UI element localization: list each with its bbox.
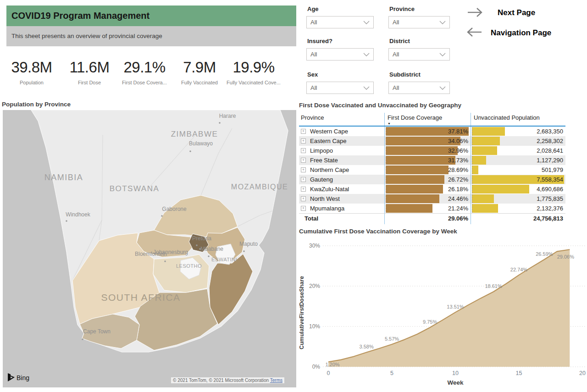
table-row[interactable]: +Eastern Cape34.06%2,258,302 bbox=[299, 136, 565, 146]
expand-icon[interactable]: + bbox=[301, 206, 306, 211]
kpi-value: 29.1% bbox=[116, 59, 173, 76]
province-cell: +KwaZulu-Natal bbox=[299, 184, 384, 194]
unvaccinated-value: 2,683,350 bbox=[473, 127, 563, 136]
table-row[interactable]: +Mpumalanga21.24%2,132,376 bbox=[299, 204, 565, 213]
table-row[interactable]: +Northern Cape28.69%501,979 bbox=[299, 165, 565, 175]
x-axis-tick: 5 bbox=[390, 370, 393, 376]
table-row[interactable]: +Limpopo32.96%2,028,641 bbox=[299, 146, 565, 155]
kpi-label: First Dose bbox=[61, 80, 118, 85]
data-label: 26.59% bbox=[536, 251, 553, 257]
y-axis-tick: 30% bbox=[309, 243, 320, 249]
map-city-label: Gaborone bbox=[162, 206, 187, 212]
filter-province: Province All bbox=[388, 6, 450, 28]
expand-icon[interactable]: + bbox=[301, 187, 306, 192]
filter-province-label: Province bbox=[388, 6, 450, 12]
expand-icon[interactable]: + bbox=[301, 158, 306, 163]
x-axis-tick: 15 bbox=[516, 370, 522, 376]
filter-age-dropdown[interactable]: All bbox=[306, 16, 374, 28]
province-name: North West bbox=[310, 195, 340, 202]
table-row[interactable]: +KwaZulu-Natal26.18%4,690,686 bbox=[299, 184, 565, 194]
column-header-first-dose-coverage-label: First Dose Coverage bbox=[388, 114, 442, 121]
coverage-cell: 37.81% bbox=[384, 127, 471, 136]
filter-subdistrict-dropdown[interactable]: All bbox=[388, 82, 450, 94]
kpi-card: 19.9%Fully Vaccinated Cove... bbox=[225, 59, 282, 85]
data-label: 29.06% bbox=[557, 254, 575, 259]
province-cell: +Northern Cape bbox=[299, 165, 384, 175]
bing-logo-text: Bing bbox=[17, 374, 29, 381]
unvaccinated-cell: 4,690,686 bbox=[471, 184, 565, 194]
table-row[interactable]: +North West24.46%1,775,835 bbox=[299, 194, 565, 204]
map-city-label: Maputo bbox=[239, 241, 258, 247]
coverage-cell: 34.06% bbox=[384, 136, 471, 146]
navigation-page-label[interactable]: Navigation Page bbox=[491, 28, 551, 38]
province-cell: +Gauteng bbox=[299, 175, 384, 184]
navigation-page-arrow-icon[interactable] bbox=[465, 27, 483, 39]
data-label: 9.75% bbox=[423, 319, 437, 325]
map-city-label: Windhoek bbox=[66, 211, 90, 218]
table-row[interactable]: +Free State31.73%1,127,290 bbox=[299, 155, 565, 165]
next-page-label[interactable]: Next Page bbox=[498, 8, 535, 17]
filter-province-dropdown[interactable]: All bbox=[388, 16, 450, 28]
city-dot bbox=[82, 338, 83, 340]
city-dot bbox=[189, 150, 191, 152]
chevron-down-icon bbox=[363, 53, 370, 56]
data-label: 18.61% bbox=[485, 283, 502, 289]
terms-link[interactable]: Terms bbox=[270, 378, 282, 383]
expand-icon[interactable]: + bbox=[301, 138, 306, 144]
coverage-value: 26.72% bbox=[387, 175, 468, 184]
expand-icon[interactable]: + bbox=[301, 129, 306, 134]
filter-district-dropdown[interactable]: All bbox=[388, 48, 450, 61]
unvaccinated-value: 2,028,641 bbox=[473, 146, 563, 155]
population-map[interactable]: ZIMBABWENAMIBIABOTSWANAMOZAMBIQUESOUTH A… bbox=[3, 110, 296, 387]
unvaccinated-cell: 7,558,354 bbox=[471, 175, 565, 184]
bing-b-icon bbox=[8, 373, 15, 381]
expand-icon[interactable]: + bbox=[301, 177, 306, 182]
next-page-arrow-icon[interactable] bbox=[466, 7, 484, 20]
expand-icon[interactable]: + bbox=[301, 196, 306, 201]
coverage-value: 34.06% bbox=[387, 136, 468, 146]
map-country-label: LESOTHO bbox=[176, 263, 202, 269]
total-coverage: 29.06% bbox=[384, 214, 471, 224]
province-name: Western Cape bbox=[310, 128, 348, 135]
filter-age-label: Age bbox=[306, 6, 374, 12]
city-dot bbox=[243, 250, 245, 252]
filter-province-value: All bbox=[393, 19, 399, 26]
page-subtitle: This sheet presents an overview of provi… bbox=[6, 26, 296, 46]
data-label: 13.51% bbox=[447, 304, 464, 309]
filter-age: Age All bbox=[306, 6, 374, 28]
coverage-value: 24.46% bbox=[387, 194, 468, 204]
table-row[interactable]: +Gauteng26.72%7,558,354 bbox=[299, 175, 565, 184]
y-axis-title: CumulativeFirstDoseShare bbox=[299, 276, 305, 349]
filter-district: District All bbox=[388, 38, 450, 61]
expand-icon[interactable]: + bbox=[301, 148, 306, 153]
y-axis-tick: 20% bbox=[309, 283, 320, 289]
filter-insured-dropdown[interactable]: All bbox=[306, 48, 374, 61]
coverage-value: 21.24% bbox=[387, 204, 468, 213]
filter-subdistrict-value: All bbox=[393, 84, 399, 91]
column-header-province[interactable]: Province bbox=[299, 113, 384, 126]
filter-sex-dropdown[interactable]: All bbox=[306, 82, 374, 94]
table-row[interactable]: +Western Cape37.81%2,683,350 bbox=[299, 127, 565, 136]
x-axis-tick: 20 bbox=[579, 370, 586, 376]
cumulative-coverage-chart[interactable]: 0%10%20%30%05101520WeekCumulativeFirstDo… bbox=[297, 237, 587, 392]
unvaccinated-cell: 501,979 bbox=[471, 165, 565, 175]
kpi-value: 39.8M bbox=[3, 59, 61, 76]
map-city-label: Bulawayo bbox=[189, 140, 213, 147]
unvaccinated-value: 4,690,686 bbox=[473, 184, 563, 194]
geography-table: Province First Dose Coverage ▼ Unvaccina… bbox=[299, 113, 565, 224]
city-dot bbox=[196, 244, 198, 246]
column-header-first-dose-coverage[interactable]: First Dose Coverage ▼ bbox=[384, 113, 471, 126]
chevron-down-icon bbox=[439, 21, 446, 24]
coverage-value: 37.81% bbox=[387, 127, 468, 136]
kpi-card: 11.6MFirst Dose bbox=[61, 59, 118, 85]
table-total-row: Total 29.06% 24,756,813 bbox=[299, 213, 565, 224]
coverage-value: 28.69% bbox=[387, 165, 468, 175]
map-country-label: BOTSWANA bbox=[110, 184, 160, 193]
expand-icon[interactable]: + bbox=[301, 167, 306, 172]
coverage-cell: 26.72% bbox=[384, 175, 471, 184]
column-header-unvaccinated-population[interactable]: Unvaccinated Population bbox=[471, 113, 565, 126]
unvaccinated-cell: 2,258,302 bbox=[471, 136, 565, 146]
x-axis-title: Week bbox=[447, 379, 464, 386]
province-cell: +Limpopo bbox=[299, 146, 384, 155]
kpi-card: 39.8MPopulation bbox=[3, 59, 61, 85]
